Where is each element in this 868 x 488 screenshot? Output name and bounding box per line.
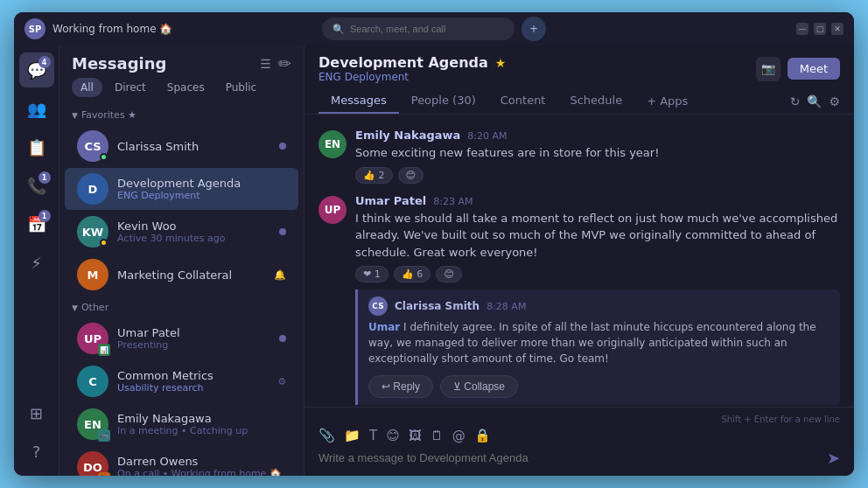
umar-mention: Umar — [368, 321, 400, 333]
umar-reactions: ❤️ 1 👍 6 😊 — [355, 266, 840, 282]
settings-icon[interactable]: ⚙ — [829, 94, 840, 108]
tab-add-apps[interactable]: + Apps — [634, 89, 700, 113]
input-box: ➤ — [318, 449, 840, 467]
contact-item-umar[interactable]: UP 📊 Umar Patel Presenting — [65, 317, 298, 359]
bell-icon[interactable]: 🔔 — [274, 269, 286, 281]
contact-item-kevin[interactable]: KW Kevin Woo Active 30 minutes ago — [65, 211, 298, 253]
chat-title: Development Agenda — [318, 54, 488, 71]
contact-list-header: Messaging ☰ ✏ — [60, 45, 304, 78]
search-input[interactable] — [350, 24, 504, 34]
reaction-thumbs-up-6[interactable]: 👍 6 — [394, 266, 431, 282]
messages-area: EN Emily Nakagawa 8:20 AM Some exciting … — [304, 115, 854, 407]
favorites-section-header[interactable]: ▼ Favorites ★ — [60, 104, 304, 124]
attach-icon[interactable]: 📎 — [318, 428, 335, 443]
folder-icon[interactable]: 📁 — [344, 428, 360, 443]
tab-people[interactable]: People (30) — [399, 88, 488, 114]
message-actions: ↩ Reply ⊻ Collapse — [368, 375, 831, 398]
minimize-button[interactable]: — — [796, 23, 808, 35]
other-section-header[interactable]: ▼ Other — [60, 296, 304, 317]
search-chat-icon[interactable]: 🔍 — [807, 94, 822, 108]
sidebar-item-calls[interactable]: 📞 1 — [19, 168, 54, 203]
reply-button[interactable]: ↩ Reply — [368, 375, 433, 398]
sidebar-item-contacts[interactable]: 📋 — [19, 129, 54, 164]
contact-item-clarissa[interactable]: CS Clarissa Smith — [65, 125, 298, 167]
umar-info: Umar Patel Presenting — [117, 326, 270, 351]
title-bar-center: 🔍 + — [229, 17, 639, 41]
sync-icon[interactable]: ↻ — [790, 94, 801, 108]
sidebar-item-messaging[interactable]: 💬 4 — [19, 52, 54, 87]
umar-avatar-container: UP 📊 — [77, 323, 108, 354]
maximize-button[interactable]: □ — [814, 23, 826, 35]
kevin-indicator — [279, 228, 286, 235]
tab-public[interactable]: Public — [217, 78, 266, 97]
plus-icon: + — [647, 94, 656, 108]
clarissa-indicator — [279, 143, 286, 150]
tab-messages[interactable]: Messages — [318, 88, 399, 114]
reaction-smile[interactable]: 😊 — [398, 167, 424, 184]
meeting-badge: 📹 — [98, 429, 110, 442]
common-info: Common Metrics Usability research — [117, 369, 269, 394]
send-button[interactable]: ➤ — [827, 449, 840, 467]
messaging-badge: 4 — [38, 56, 51, 68]
reaction-smile-2[interactable]: 😊 — [436, 266, 461, 282]
sidebar-item-help[interactable]: ? — [19, 434, 54, 469]
contact-item-common[interactable]: C Common Metrics Usability research ⚙ — [65, 360, 298, 402]
collapse-button[interactable]: ⊻ Collapse — [440, 375, 518, 398]
tab-all[interactable]: All — [72, 78, 102, 97]
contact-item-dev-agenda[interactable]: D Development Agenda ENG Deployment — [65, 168, 298, 210]
marketing-info: Marketing Collateral — [117, 268, 265, 282]
meet-button[interactable]: Meet — [788, 58, 840, 80]
sidebar-item-calendar[interactable]: 📅 1 — [19, 206, 54, 241]
gear-icon[interactable]: ⚙ — [277, 376, 286, 387]
contact-item-emily[interactable]: EN 📹 Emily Nakagawa In a meeting • Catch… — [65, 403, 298, 445]
tab-direct[interactable]: Direct — [106, 78, 155, 97]
gif-icon[interactable]: 🖼 — [409, 428, 422, 443]
lock-icon[interactable]: 🔒 — [474, 428, 491, 443]
presenting-badge: 📊 — [98, 344, 110, 356]
search-bar[interactable]: 🔍 — [322, 17, 514, 40]
favorites-label: Favorites ★ — [81, 109, 136, 121]
emoji-icon[interactable]: 😊 — [386, 428, 400, 443]
dev-agenda-avatar: D — [77, 173, 108, 205]
sidebar-item-teams[interactable]: 👥 — [19, 91, 54, 126]
app-window: SP Working from home 🏠 🔍 + — □ ✕ 💬 4 — [14, 12, 854, 476]
reaction-thumbs-up[interactable]: 👍 2 — [355, 167, 393, 184]
clarissa-quoted-name: Clarissa Smith — [395, 300, 480, 312]
chat-header-top: Development Agenda ★ ENG Deployment 📷 Me… — [318, 54, 840, 83]
umar-time: 8:23 AM — [433, 196, 472, 207]
filter-icon[interactable]: ☰ — [260, 57, 271, 71]
format-icon[interactable]: T — [369, 428, 377, 443]
reaction-heart[interactable]: ❤️ 1 — [355, 266, 388, 282]
darren-avatar: DO 📞 — [77, 451, 108, 476]
contact-list-actions: ☰ ✏ — [260, 54, 291, 73]
contact-item-darren[interactable]: DO 📞 Darren Owens On a call • Working fr… — [65, 446, 298, 476]
clarissa-status — [100, 153, 108, 161]
emily-text: Some exciting new features are in store … — [355, 144, 840, 162]
help-icon: ? — [32, 443, 41, 461]
tab-content[interactable]: Content — [488, 88, 558, 114]
apps-icon: ⊞ — [30, 404, 43, 422]
sidebar-item-apps[interactable]: ⊞ — [19, 395, 54, 430]
main-layout: 💬 4 👥 📋 📞 1 📅 1 ⚡ ⊞ — [14, 45, 854, 476]
sidebar-item-network[interactable]: ⚡ — [19, 245, 54, 280]
message-row-emily: EN Emily Nakagawa 8:20 AM Some exciting … — [318, 129, 840, 184]
clarissa-avatar: CS — [77, 130, 108, 162]
compose-icon[interactable]: ✏ — [278, 54, 291, 73]
close-button[interactable]: ✕ — [831, 23, 844, 35]
umar-msg-header: Umar Patel 8:23 AM — [355, 194, 840, 207]
clarissa-quoted-avatar: CS — [368, 296, 388, 316]
star-icon[interactable]: ★ — [495, 56, 507, 70]
video-icon[interactable]: 📷 — [756, 57, 780, 81]
add-button[interactable]: + — [522, 17, 546, 41]
umar-msg-content: Umar Patel 8:23 AM I think we should all… — [355, 194, 840, 408]
contact-item-marketing[interactable]: M Marketing Collateral 🔔 — [65, 254, 298, 296]
tab-spaces[interactable]: Spaces — [158, 78, 214, 97]
quoted-header: CS Clarissa Smith 8:28 AM — [368, 296, 831, 316]
mention-icon[interactable]: @ — [452, 428, 466, 443]
sticker-icon[interactable]: 🗒 — [430, 428, 444, 443]
tab-schedule[interactable]: Schedule — [557, 88, 634, 114]
emily-sub: In a meeting • Catching up — [117, 425, 286, 436]
emily-reactions: 👍 2 😊 — [355, 167, 840, 184]
message-input[interactable] — [318, 451, 820, 464]
contact-scroll: ▼ Favorites ★ CS Clarissa Smith — [60, 104, 304, 476]
